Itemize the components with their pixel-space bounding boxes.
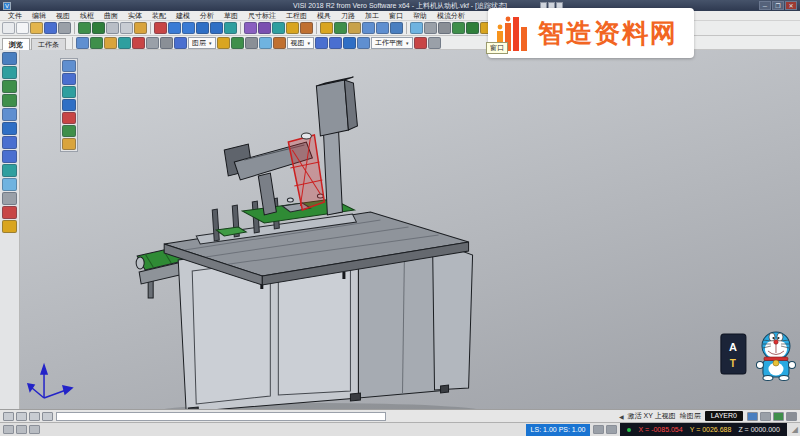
- hidden-line-icon[interactable]: [438, 22, 451, 34]
- layer-on-icon[interactable]: [231, 37, 244, 49]
- measure-icon[interactable]: [348, 22, 361, 34]
- front-view-tool-icon[interactable]: [2, 136, 17, 149]
- line-icon[interactable]: [168, 22, 181, 34]
- menu-item-8[interactable]: 分析: [195, 11, 219, 21]
- tab-workbar[interactable]: 工作条: [31, 38, 66, 50]
- close-button[interactable]: ✕: [785, 1, 797, 10]
- shade-tool-icon[interactable]: [2, 178, 17, 191]
- copy-icon[interactable]: [120, 22, 133, 34]
- zoom-fit-tool-icon[interactable]: [2, 108, 17, 121]
- hide-icon[interactable]: [160, 37, 173, 49]
- resize-grip-icon[interactable]: ◢: [790, 425, 800, 434]
- menu-item-16[interactable]: 帮助: [408, 11, 432, 21]
- 3d-viewport[interactable]: A T: [20, 50, 800, 409]
- zoom-in-tool-icon[interactable]: [2, 80, 17, 93]
- boolean-icon[interactable]: [300, 22, 313, 34]
- workplane-dropdown[interactable]: 工作平面 ▾: [371, 37, 413, 49]
- macro-icon[interactable]: [29, 425, 40, 434]
- section-tool-icon[interactable]: [2, 206, 17, 219]
- history-icon[interactable]: [16, 425, 27, 434]
- sweep-icon[interactable]: [272, 22, 285, 34]
- ortho-toggle-icon[interactable]: [29, 412, 40, 421]
- pan-tool-icon[interactable]: [2, 66, 17, 79]
- layer-off-icon[interactable]: [245, 37, 258, 49]
- menu-item-3[interactable]: 线框: [75, 11, 99, 21]
- layer-current-icon[interactable]: [273, 37, 286, 49]
- mode-icon[interactable]: [606, 425, 617, 434]
- menu-item-15[interactable]: 窗口: [384, 11, 408, 21]
- menu-item-12[interactable]: 模具: [312, 11, 336, 21]
- undo-icon[interactable]: [78, 22, 91, 34]
- workplane-custom-icon[interactable]: [428, 37, 441, 49]
- spline-icon[interactable]: [224, 22, 237, 34]
- view-back-icon[interactable]: [357, 37, 370, 49]
- menu-item-1[interactable]: 编辑: [27, 11, 51, 21]
- layer-freeze-icon[interactable]: [259, 37, 272, 49]
- extrude-icon[interactable]: [244, 22, 257, 34]
- grid-toggle-icon[interactable]: [16, 412, 27, 421]
- highlighted-part[interactable]: [288, 133, 324, 210]
- layer-manager-icon[interactable]: [747, 412, 758, 421]
- iso-view-tool-icon[interactable]: [2, 164, 17, 177]
- osnap-toggle-icon[interactable]: [42, 412, 53, 421]
- layers-icon[interactable]: [320, 22, 333, 34]
- menu-item-7[interactable]: 建模: [171, 11, 195, 21]
- isolate-icon[interactable]: [146, 37, 159, 49]
- sketch-arc-icon[interactable]: [62, 86, 76, 98]
- edge-select-icon[interactable]: [118, 37, 131, 49]
- circle-icon[interactable]: [196, 22, 209, 34]
- zoom-out-tool-icon[interactable]: [2, 94, 17, 107]
- menu-item-17[interactable]: 模流分析: [432, 11, 470, 21]
- rotate-icon[interactable]: [376, 22, 389, 34]
- menu-item-0[interactable]: 文件: [3, 11, 27, 21]
- zoom-fit-icon[interactable]: [452, 22, 465, 34]
- redo-icon[interactable]: [92, 22, 105, 34]
- wcs-icon[interactable]: [334, 22, 347, 34]
- sketch-point-icon[interactable]: [62, 60, 76, 72]
- wireframe-view-icon[interactable]: [424, 22, 437, 34]
- zoom-window-icon[interactable]: [466, 22, 479, 34]
- cut-icon[interactable]: [106, 22, 119, 34]
- point-icon[interactable]: [154, 22, 167, 34]
- chain-select-icon[interactable]: [90, 37, 103, 49]
- rotate-view-tool-icon[interactable]: [2, 122, 17, 135]
- paste-icon[interactable]: [134, 22, 147, 34]
- chamfer-icon[interactable]: [62, 138, 76, 150]
- select-arrow-icon[interactable]: [2, 22, 15, 34]
- maximize-button[interactable]: ❐: [772, 1, 784, 10]
- move-icon[interactable]: [390, 22, 403, 34]
- cad-model[interactable]: A T: [20, 50, 800, 409]
- view-iso-icon[interactable]: [343, 37, 356, 49]
- open-file-icon[interactable]: [30, 22, 43, 34]
- menu-item-5[interactable]: 实体: [123, 11, 147, 21]
- menu-item-13[interactable]: 刀路: [336, 11, 360, 21]
- rectangle-icon[interactable]: [210, 22, 223, 34]
- face-select-icon[interactable]: [104, 37, 117, 49]
- mirror-icon[interactable]: [362, 22, 375, 34]
- current-layer-badge[interactable]: LAYER0: [705, 411, 743, 421]
- units-icon[interactable]: [593, 425, 604, 434]
- tab-browse[interactable]: 浏览: [2, 38, 30, 50]
- view-top-icon[interactable]: [315, 37, 328, 49]
- snap-toggle-icon[interactable]: [3, 412, 14, 421]
- wireframe-tool-icon[interactable]: [2, 192, 17, 205]
- shell-icon[interactable]: [286, 22, 299, 34]
- back-arrow-icon[interactable]: ◀: [619, 413, 624, 420]
- shaded-view-icon[interactable]: [410, 22, 423, 34]
- view-dropdown[interactable]: 视图 ▾: [287, 37, 315, 49]
- top-view-tool-icon[interactable]: [2, 150, 17, 163]
- menu-item-2[interactable]: 视图: [51, 11, 75, 21]
- view-front-icon[interactable]: [329, 37, 342, 49]
- menu-item-6[interactable]: 装配: [147, 11, 171, 21]
- menu-item-4[interactable]: 曲面: [99, 11, 123, 21]
- layer-visibility-icon[interactable]: [760, 412, 771, 421]
- new-file-icon[interactable]: [16, 22, 29, 34]
- save-icon[interactable]: [44, 22, 57, 34]
- filter-select-icon[interactable]: [76, 37, 89, 49]
- print-icon[interactable]: [58, 22, 71, 34]
- fillet-icon[interactable]: [62, 125, 76, 137]
- menu-item-9[interactable]: 草图: [219, 11, 243, 21]
- pointer-tool-icon[interactable]: [2, 52, 17, 65]
- sketch-line-icon[interactable]: [62, 73, 76, 85]
- menu-item-14[interactable]: 加工: [360, 11, 384, 21]
